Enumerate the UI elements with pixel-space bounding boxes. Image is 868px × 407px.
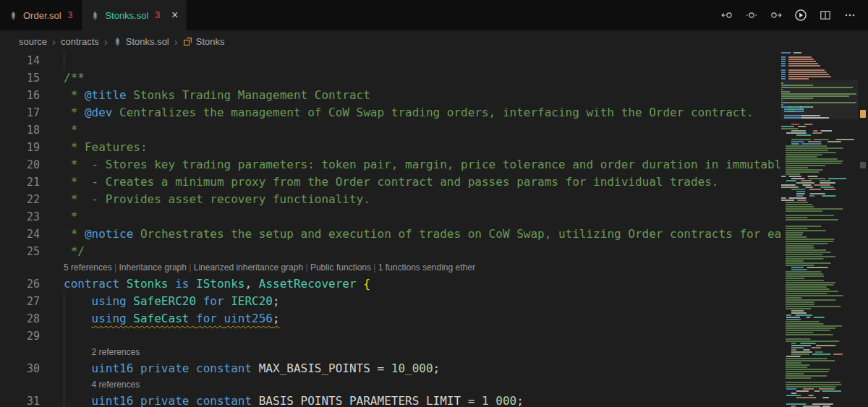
tab-problem-badge: 3 [68, 10, 73, 20]
code-content: * [40, 208, 77, 226]
breadcrumb-separator: › [52, 35, 56, 48]
breadcrumb-label: Stonks [196, 36, 225, 47]
line-number: 23 [0, 208, 40, 226]
code-line-23[interactable]: 23 * [0, 208, 868, 226]
open-previous-change-button[interactable] [719, 7, 735, 23]
codelens-separator: | [303, 262, 310, 273]
tab-list: Order.sol3Stonks.sol3× [0, 0, 187, 30]
codelens-link[interactable]: Public functions [310, 262, 371, 273]
indent-guide [64, 377, 64, 393]
code-line-30[interactable]: 30 uint16 private constant MAX_BASIS_POI… [0, 360, 868, 377]
code-content: using SafeERC20 for IERC20; [40, 293, 280, 310]
breadcrumb-label: Stonks.sol [126, 36, 169, 47]
code-line-17[interactable]: 17 * @dev Centralizes the management of … [0, 104, 868, 121]
line-number: 30 [0, 360, 40, 377]
indent-guide [64, 360, 64, 377]
code-line-19[interactable]: 19 * Features: [0, 139, 868, 156]
tab-problem-badge: 3 [155, 10, 160, 20]
line-number: 16 [0, 87, 40, 104]
code-line-18[interactable]: 18 * [0, 121, 868, 139]
breadcrumb-item-stonks[interactable]: Stonks [183, 36, 225, 47]
breadcrumb-separator: › [174, 35, 178, 48]
codelens-link[interactable]: Inheritance graph [119, 262, 187, 273]
line-number: 31 [0, 393, 40, 407]
run-or-debug-button[interactable] [793, 7, 809, 23]
code-content: * @title Stonks Trading Management Contr… [40, 87, 370, 104]
code-content: * @notice Orchestrates the setup and exe… [40, 226, 844, 243]
code-line-25[interactable]: 25 */ [0, 243, 868, 260]
code-content [40, 327, 64, 345]
indent-guide [64, 52, 64, 69]
line-number: 15 [0, 69, 40, 87]
code-line-31[interactable]: 31 uint16 private constant BASIS_POINTS_… [0, 393, 868, 407]
codelens: 2 references [0, 345, 868, 360]
indent-guide [64, 393, 64, 407]
code-content: * @dev Centralizes the management of CoW… [40, 104, 754, 121]
codelens-link[interactable]: 1 functions sending ether [378, 262, 475, 273]
breadcrumb-item-source[interactable]: source [19, 36, 47, 47]
minimap[interactable] [781, 52, 858, 407]
code-content [40, 52, 64, 69]
more-actions-button[interactable] [842, 7, 858, 23]
tab-bar: Order.sol3Stonks.sol3× [0, 0, 868, 30]
code-line-15[interactable]: 15/** [0, 69, 868, 87]
code-content: using SafeCast for uint256; [40, 310, 280, 327]
indent-guide [64, 310, 64, 327]
symbol-class-icon [183, 37, 192, 46]
open-next-change-button[interactable] [768, 7, 784, 23]
codelens-link[interactable]: 5 references [64, 262, 112, 273]
tab-order-sol[interactable]: Order.sol3 [0, 0, 82, 30]
tab-label: Stonks.sol [105, 10, 148, 21]
code-content: * Features: [40, 139, 148, 156]
open-change-button[interactable] [744, 7, 760, 23]
solidity-icon [90, 11, 100, 20]
codelens-separator: | [371, 262, 378, 273]
code-content: * [40, 121, 77, 139]
split-editor-button[interactable] [817, 7, 833, 23]
code-line-20[interactable]: 20 * - Stores key trading parameters: to… [0, 156, 868, 173]
codelens: 4 references [0, 377, 868, 393]
breadcrumb-label: contracts [61, 36, 99, 47]
indent-guide [64, 293, 64, 310]
breadcrumb-item-stonks-sol[interactable]: Stonks.sol [113, 36, 169, 47]
solidity-icon [113, 37, 122, 46]
code-line-14[interactable]: 14 [0, 52, 868, 69]
code-area: 1415/**16 * @title Stonks Trading Manage… [0, 52, 868, 407]
line-number: 29 [0, 327, 40, 345]
code-line-24[interactable]: 24 * @notice Orchestrates the setup and … [0, 226, 868, 243]
line-number: 27 [0, 293, 40, 310]
code-line-29[interactable]: 29 [0, 327, 868, 345]
code-line-26[interactable]: 26contract Stonks is IStonks, AssetRecov… [0, 275, 868, 293]
line-number: 14 [0, 52, 40, 69]
editor[interactable]: 1415/**16 * @title Stonks Trading Manage… [0, 52, 868, 407]
code-content: * - Stores key trading parameters: token… [40, 156, 868, 173]
code-content: * - Creates a minimum proxy from the Ord… [40, 173, 718, 191]
code-line-16[interactable]: 16 * @title Stonks Trading Management Co… [0, 87, 868, 104]
code-content: * - Provides asset recovery functionalit… [40, 191, 370, 208]
codelens: 5 references | Inheritance graph | Linea… [0, 260, 868, 275]
code-line-21[interactable]: 21 * - Creates a minimum proxy from the … [0, 173, 868, 191]
breadcrumb-separator: › [104, 35, 108, 48]
breadcrumb-item-contracts[interactable]: contracts [61, 36, 99, 47]
scroll-marker [860, 162, 866, 168]
editor-actions [709, 0, 868, 30]
line-number: 22 [0, 191, 40, 208]
vscode-window: Order.sol3Stonks.sol3× source›contracts›… [0, 0, 868, 407]
codelens-link[interactable]: Linearized inheritance graph [194, 262, 303, 273]
line-number: 17 [0, 104, 40, 121]
tab-label: Order.sol [23, 10, 61, 21]
codelens-separator: | [187, 262, 194, 273]
code-line-22[interactable]: 22 * - Provides asset recovery functiona… [0, 191, 868, 208]
indent-guide [64, 327, 64, 345]
close-tab-icon[interactable]: × [171, 9, 178, 21]
code-line-28[interactable]: 28 using SafeCast for uint256; [0, 310, 868, 327]
code-content: */ [40, 243, 85, 260]
tab-stonks-sol[interactable]: Stonks.sol3× [82, 0, 187, 30]
code-line-27[interactable]: 27 using SafeERC20 for IERC20; [0, 293, 868, 310]
codelens-link[interactable]: 2 references [92, 347, 140, 357]
code-content: uint16 private constant BASIS_POINTS_PAR… [40, 393, 524, 407]
overview-ruler[interactable] [858, 52, 868, 407]
warning-marker [860, 110, 866, 118]
breadcrumb-label: source [19, 36, 47, 47]
codelens-link[interactable]: 4 references [92, 380, 140, 390]
